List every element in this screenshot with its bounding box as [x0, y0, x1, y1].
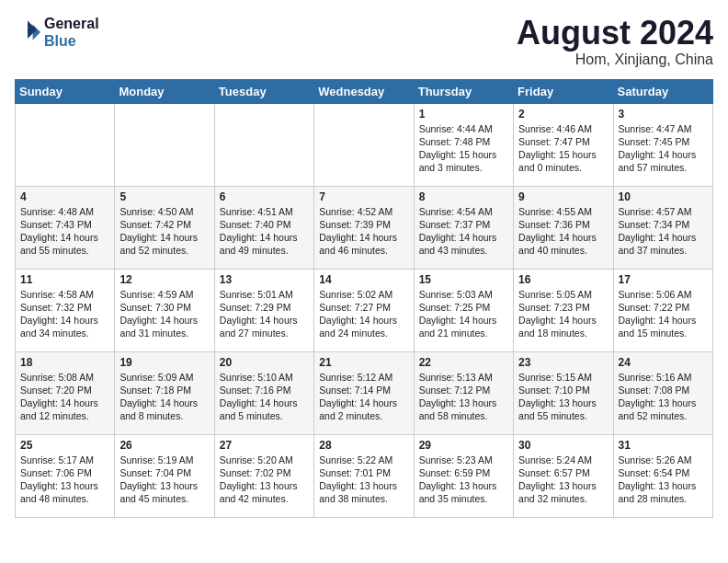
- cell-text: Sunset: 7:04 PM: [119, 466, 209, 479]
- cell-text: Sunset: 7:02 PM: [220, 466, 309, 479]
- calendar-cell: 12Sunrise: 4:59 AMSunset: 7:30 PMDayligh…: [115, 269, 214, 351]
- cell-text: Daylight: 13 hours: [220, 479, 309, 492]
- day-number: 10: [619, 190, 708, 203]
- cell-text: Sunrise: 4:50 AM: [119, 205, 209, 218]
- day-header-saturday: Saturday: [613, 79, 712, 103]
- cell-text: Sunrise: 5:10 AM: [220, 371, 309, 384]
- day-number: 24: [619, 356, 708, 369]
- cell-text: Sunrise: 5:03 AM: [419, 288, 508, 301]
- cell-text: Daylight: 13 hours: [319, 479, 408, 492]
- day-header-thursday: Thursday: [414, 79, 513, 103]
- calendar-cell: 8Sunrise: 4:54 AMSunset: 7:37 PMDaylight…: [414, 186, 513, 269]
- day-header-friday: Friday: [514, 79, 613, 103]
- cell-text: Sunset: 7:01 PM: [319, 466, 408, 479]
- cell-text: and 37 minutes.: [619, 244, 708, 257]
- calendar-cell: 6Sunrise: 4:51 AMSunset: 7:40 PMDaylight…: [214, 186, 313, 269]
- cell-text: Daylight: 14 hours: [220, 231, 309, 244]
- day-number: 31: [619, 439, 708, 452]
- cell-text: and 21 minutes.: [419, 327, 508, 339]
- cell-text: and 52 minutes.: [619, 409, 708, 422]
- cell-text: and 48 minutes.: [20, 492, 109, 505]
- cell-text: Daylight: 14 hours: [20, 231, 109, 244]
- cell-text: Daylight: 14 hours: [20, 396, 109, 409]
- cell-text: and 46 minutes.: [319, 244, 408, 257]
- day-number: 14: [319, 273, 408, 286]
- cell-text: and 24 minutes.: [319, 327, 408, 339]
- cell-text: and 31 minutes.: [119, 327, 209, 339]
- cell-text: Sunrise: 5:02 AM: [319, 288, 408, 301]
- cell-text: Daylight: 14 hours: [419, 231, 508, 244]
- cell-text: Sunset: 7:34 PM: [619, 218, 708, 231]
- cell-text: Sunset: 7:25 PM: [419, 301, 508, 314]
- cell-text: and 35 minutes.: [419, 492, 508, 505]
- cell-text: Daylight: 14 hours: [619, 314, 708, 327]
- cell-text: Sunrise: 4:54 AM: [419, 205, 508, 218]
- day-number: 22: [419, 356, 508, 369]
- cell-text: Sunset: 7:14 PM: [319, 384, 408, 396]
- cell-text: Sunrise: 5:20 AM: [220, 454, 309, 466]
- calendar-week-row: 11Sunrise: 4:58 AMSunset: 7:32 PMDayligh…: [16, 269, 713, 351]
- cell-text: Daylight: 14 hours: [619, 148, 708, 161]
- cell-text: and 5 minutes.: [220, 409, 309, 422]
- cell-text: Daylight: 14 hours: [319, 231, 408, 244]
- calendar-cell: 23Sunrise: 5:15 AMSunset: 7:10 PMDayligh…: [514, 351, 613, 434]
- cell-text: and 42 minutes.: [220, 492, 309, 505]
- cell-text: Sunrise: 4:59 AM: [119, 288, 209, 301]
- cell-text: Sunset: 7:12 PM: [419, 384, 508, 396]
- logo-icon: [15, 19, 40, 45]
- cell-text: Sunset: 7:42 PM: [119, 218, 209, 231]
- calendar-cell: 28Sunrise: 5:22 AMSunset: 7:01 PMDayligh…: [314, 434, 414, 517]
- cell-text: Daylight: 14 hours: [319, 314, 408, 327]
- cell-text: Sunset: 7:20 PM: [20, 384, 109, 396]
- location-subtitle: Hom, Xinjiang, China: [517, 52, 713, 68]
- cell-text: and 3 minutes.: [419, 161, 508, 174]
- day-number: 18: [20, 356, 109, 369]
- day-number: 12: [119, 273, 209, 286]
- cell-text: Sunrise: 4:58 AM: [20, 288, 109, 301]
- cell-text: Daylight: 13 hours: [518, 479, 608, 492]
- day-number: 20: [220, 356, 309, 369]
- cell-text: and 0 minutes.: [518, 161, 608, 174]
- cell-text: Sunset: 7:06 PM: [20, 466, 109, 479]
- day-number: 4: [20, 190, 109, 203]
- cell-text: Daylight: 14 hours: [518, 231, 608, 244]
- cell-text: Daylight: 14 hours: [419, 314, 508, 327]
- calendar-cell: [214, 103, 313, 186]
- calendar-week-row: 4Sunrise: 4:48 AMSunset: 7:43 PMDaylight…: [16, 186, 713, 269]
- day-number: 13: [220, 273, 309, 286]
- day-number: 16: [518, 273, 608, 286]
- cell-text: Sunset: 7:18 PM: [119, 384, 209, 396]
- cell-text: and 45 minutes.: [119, 492, 209, 505]
- cell-text: Daylight: 14 hours: [220, 314, 309, 327]
- calendar-cell: 5Sunrise: 4:50 AMSunset: 7:42 PMDaylight…: [115, 186, 214, 269]
- cell-text: Daylight: 14 hours: [619, 231, 708, 244]
- cell-text: Sunset: 7:32 PM: [20, 301, 109, 314]
- cell-text: Sunset: 7:39 PM: [319, 218, 408, 231]
- cell-text: and 15 minutes.: [619, 327, 708, 339]
- cell-text: Sunset: 7:23 PM: [518, 301, 608, 314]
- logo-text: General Blue: [44, 15, 99, 50]
- cell-text: Sunrise: 4:55 AM: [518, 205, 608, 218]
- calendar-cell: 17Sunrise: 5:06 AMSunset: 7:22 PMDayligh…: [613, 269, 712, 351]
- calendar-cell: 21Sunrise: 5:12 AMSunset: 7:14 PMDayligh…: [314, 351, 414, 434]
- cell-text: Sunrise: 5:06 AM: [619, 288, 708, 301]
- day-number: 8: [419, 190, 508, 203]
- calendar-cell: 24Sunrise: 5:16 AMSunset: 7:08 PMDayligh…: [613, 351, 712, 434]
- calendar-cell: 29Sunrise: 5:23 AMSunset: 6:59 PMDayligh…: [414, 434, 513, 517]
- cell-text: Sunrise: 5:05 AM: [518, 288, 608, 301]
- cell-text: Sunrise: 5:16 AM: [619, 371, 708, 384]
- cell-text: and 49 minutes.: [220, 244, 309, 257]
- calendar-cell: 13Sunrise: 5:01 AMSunset: 7:29 PMDayligh…: [214, 269, 313, 351]
- calendar-cell: 15Sunrise: 5:03 AMSunset: 7:25 PMDayligh…: [414, 269, 513, 351]
- day-header-sunday: Sunday: [16, 79, 115, 103]
- cell-text: Daylight: 13 hours: [119, 479, 209, 492]
- calendar-cell: 22Sunrise: 5:13 AMSunset: 7:12 PMDayligh…: [414, 351, 513, 434]
- cell-text: Daylight: 15 hours: [518, 148, 608, 161]
- cell-text: Sunset: 7:43 PM: [20, 218, 109, 231]
- cell-text: Sunset: 7:08 PM: [619, 384, 708, 396]
- cell-text: and 34 minutes.: [20, 327, 109, 339]
- day-number: 17: [619, 273, 708, 286]
- cell-text: and 27 minutes.: [220, 327, 309, 339]
- day-number: 11: [20, 273, 109, 286]
- calendar-cell: 19Sunrise: 5:09 AMSunset: 7:18 PMDayligh…: [115, 351, 214, 434]
